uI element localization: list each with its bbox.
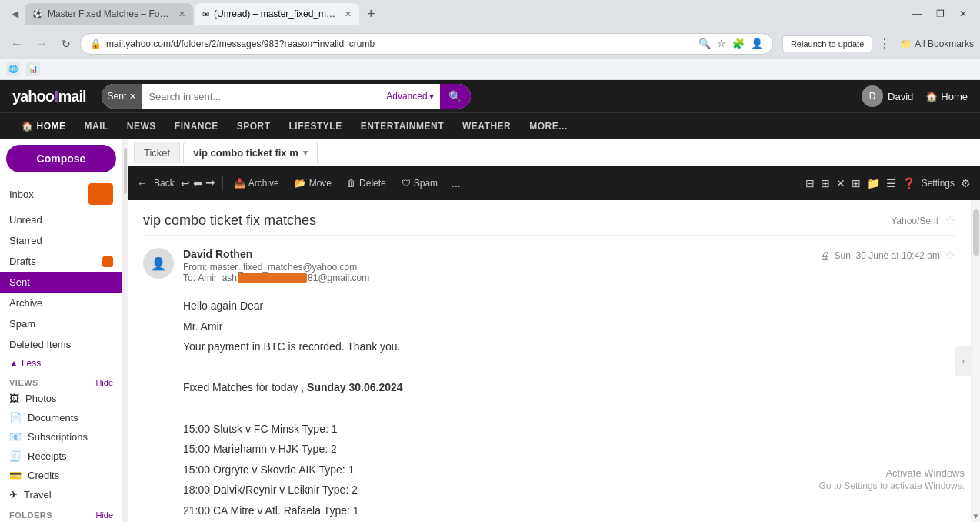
scroll-down-arrow[interactable]: ▼ xyxy=(972,512,980,520)
browser-tab-2[interactable]: ✉ (Unread) – master_fixed_mat... ✕ xyxy=(195,3,359,25)
nav-item-more[interactable]: MORE... xyxy=(520,113,577,139)
less-link[interactable]: ▲ Less xyxy=(0,355,122,372)
sidebar-item-inbox[interactable]: Inbox xyxy=(0,179,122,209)
email-tab-vip[interactable]: vip combo ticket fix m ▾ xyxy=(183,142,318,163)
view-item-subscriptions[interactable]: 📧 Subscriptions xyxy=(0,427,122,447)
tab1-close[interactable]: ✕ xyxy=(178,9,185,19)
relaunch-button[interactable]: Relaunch to update xyxy=(782,35,872,52)
undo-icon[interactable]: ↩ xyxy=(181,177,190,189)
archive-button[interactable]: 📥 Archive xyxy=(229,175,284,192)
spam-button[interactable]: 🛡 Spam xyxy=(397,175,442,192)
user-name: David xyxy=(888,91,913,102)
next-icon[interactable]: ⮕ xyxy=(205,177,216,189)
nav-item-weather[interactable]: WEATHER xyxy=(453,113,520,139)
close-button[interactable]: ✕ xyxy=(952,3,974,25)
sidebar-item-sent[interactable]: Sent xyxy=(0,272,122,293)
nav-item-news[interactable]: NEWS xyxy=(118,113,165,139)
search-input[interactable] xyxy=(142,91,380,102)
match-5: 21:00 CA Mitre v Atl. Rafaela Type: 1 xyxy=(183,500,955,521)
sidebar-item-starred[interactable]: Starred xyxy=(0,230,122,251)
sidebar-item-archive[interactable]: Archive xyxy=(0,293,122,313)
credits-icon: 💳 xyxy=(9,470,22,481)
tab-navigate-back-small[interactable]: ◀ xyxy=(6,5,23,22)
subscriptions-icon: 📧 xyxy=(9,431,22,443)
nav-item-sport[interactable]: SPORT xyxy=(228,113,280,139)
nav-item-home[interactable]: 🏠 HOME xyxy=(12,113,75,139)
view-item-credits[interactable]: 💳 Credits xyxy=(0,466,122,485)
header-right: D David 🏠 Home xyxy=(862,85,968,107)
email-scroll-track[interactable]: ▼ xyxy=(971,200,980,522)
tab2-close[interactable]: ✕ xyxy=(345,9,352,19)
all-bookmarks-btn[interactable]: 📁 All Bookmarks xyxy=(900,38,974,49)
search-icon[interactable]: 🔍 xyxy=(698,38,711,49)
browser-chrome: ◀ ⚽ Master Fixed Matches – Footba ✕ ✉ (U… xyxy=(0,0,980,80)
home-button[interactable]: 🏠 Home xyxy=(925,91,968,102)
view-item-receipts[interactable]: 🧾 Receipts xyxy=(0,447,122,466)
search-submit-button[interactable]: 🔍 xyxy=(440,84,471,109)
email-tab-ticket[interactable]: Ticket xyxy=(134,142,180,163)
sidebar-item-unread[interactable]: Unread xyxy=(0,209,122,230)
extensions-icon[interactable]: 🧩 xyxy=(732,38,745,49)
drafts-badge xyxy=(102,256,113,267)
folder-icon[interactable]: 📁 xyxy=(867,177,880,189)
url-text: mail.yahoo.com/d/folders/2/messages/983?… xyxy=(106,38,698,49)
profile-icon[interactable]: 👤 xyxy=(751,38,763,49)
nav-item-mail[interactable]: MAIL xyxy=(75,113,118,139)
more-button[interactable]: ... xyxy=(448,174,464,192)
new-tab-button[interactable]: + xyxy=(361,6,382,22)
maximize-button[interactable]: ❐ xyxy=(929,3,951,25)
tab-dropdown-icon[interactable]: ▾ xyxy=(303,148,308,158)
view-item-photos[interactable]: 🖼 Photos xyxy=(0,389,122,408)
back-button[interactable]: Back xyxy=(151,175,178,192)
forward-button[interactable]: → xyxy=(31,33,52,55)
grid-icon[interactable]: ⊞ xyxy=(852,177,861,189)
sidebar-scroll-thumb[interactable] xyxy=(124,148,127,194)
from-label: From: xyxy=(183,262,207,273)
body-line-4: Fixed Matches for today , Sunday 30.06.2… xyxy=(183,377,955,398)
print-icon[interactable]: 🖨 xyxy=(819,249,830,262)
delete-button[interactable]: 🗑 Delete xyxy=(342,175,391,192)
list-icon[interactable]: ☰ xyxy=(886,177,896,189)
settings-label[interactable]: Settings xyxy=(922,178,955,189)
views-hide-button[interactable]: Hide xyxy=(95,378,113,387)
move-button[interactable]: 📂 Move xyxy=(290,175,336,192)
nav-item-entertainment[interactable]: ENTERTAINMENT xyxy=(352,113,453,139)
gear-icon[interactable]: ⚙ xyxy=(961,177,971,189)
minimize-button[interactable]: — xyxy=(906,3,928,25)
search-tag-close[interactable]: ✕ xyxy=(129,92,136,102)
view-item-travel[interactable]: ✈ Travel xyxy=(0,485,122,504)
prev-icon[interactable]: ⬅ xyxy=(193,177,202,189)
documents-icon: 📄 xyxy=(9,412,22,423)
search-bar: Sent ✕ Advanced ▾ 🔍 xyxy=(102,84,471,109)
menu-icon[interactable]: ⋮ xyxy=(878,36,891,51)
email-star-icon[interactable]: ☆ xyxy=(945,213,955,228)
back-button[interactable]: ← xyxy=(6,33,28,55)
panel-expand-arrow[interactable]: › xyxy=(955,346,971,376)
bookmark-1[interactable]: 🌐 xyxy=(6,62,20,76)
compose-button[interactable]: Compose xyxy=(6,145,116,172)
advanced-button[interactable]: Advanced ▾ xyxy=(380,91,439,102)
chevron-down-icon: ▾ xyxy=(429,91,434,102)
url-bar[interactable]: 🔒 mail.yahoo.com/d/folders/2/messages/98… xyxy=(80,33,773,55)
help-icon[interactable]: ❓ xyxy=(902,177,915,189)
shrink-icon[interactable]: ⊟ xyxy=(805,177,815,189)
user-pill[interactable]: D David xyxy=(862,85,913,107)
tab2-title: (Unread) – master_fixed_mat... xyxy=(214,8,337,19)
bookmark-2[interactable]: 📊 xyxy=(26,62,40,76)
browser-tab-1[interactable]: ⚽ Master Fixed Matches – Footba ✕ xyxy=(25,3,193,25)
expand-icon[interactable]: ⊞ xyxy=(821,177,830,189)
yahoo-mail-app: yahoo!mail Sent ✕ Advanced ▾ 🔍 D David xyxy=(0,80,980,522)
email-star-2[interactable]: ☆ xyxy=(945,248,955,263)
nav-item-lifestyle[interactable]: LIFESTYLE xyxy=(280,113,352,139)
yahoo-header: yahoo!mail Sent ✕ Advanced ▾ 🔍 D David xyxy=(0,80,980,112)
sidebar-item-drafts[interactable]: Drafts xyxy=(0,251,122,272)
bookmark-star-icon[interactable]: ☆ xyxy=(717,38,726,49)
close-email-icon[interactable]: ✕ xyxy=(836,177,845,189)
nav-item-finance[interactable]: FINANCE xyxy=(165,113,228,139)
reload-button[interactable]: ↻ xyxy=(55,33,77,55)
folders-hide-button[interactable]: Hide xyxy=(95,510,113,520)
email-scroll-thumb[interactable] xyxy=(973,209,979,256)
sidebar-item-spam[interactable]: Spam xyxy=(0,313,122,334)
view-item-documents[interactable]: 📄 Documents xyxy=(0,408,122,427)
sidebar-item-deleted[interactable]: Deleted Items xyxy=(0,334,122,355)
